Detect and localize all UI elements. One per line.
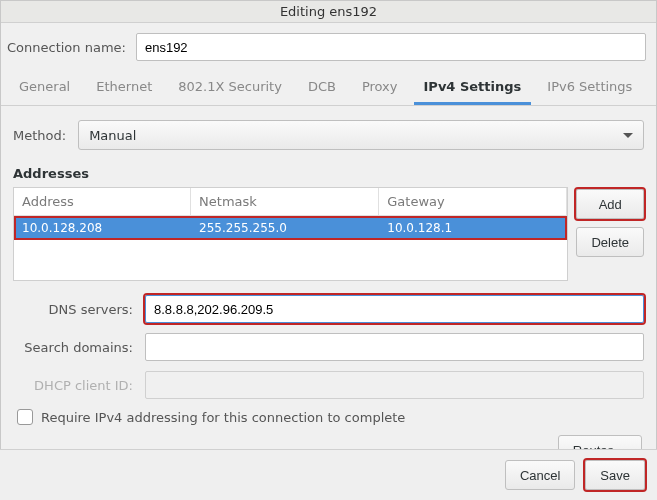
method-value: Manual <box>89 128 136 143</box>
connection-name-input[interactable] <box>136 33 646 61</box>
connection-name-label: Connection name: <box>7 40 126 55</box>
addresses-header-row: Address Netmask Gateway <box>14 188 567 216</box>
require-ipv4-checkbox[interactable] <box>17 409 33 425</box>
tab-bar: General Ethernet 802.1X Security DCB Pro… <box>1 69 656 106</box>
delete-button[interactable]: Delete <box>576 227 644 257</box>
window-title: Editing ens192 <box>1 1 656 23</box>
dns-servers-input[interactable] <box>145 295 644 323</box>
tab-dcb[interactable]: DCB <box>298 69 346 105</box>
tab-ethernet[interactable]: Ethernet <box>86 69 162 105</box>
dhcp-client-id-input <box>145 371 644 399</box>
tab-ipv4-settings[interactable]: IPv4 Settings <box>414 69 532 105</box>
save-button[interactable]: Save <box>585 460 645 490</box>
col-netmask: Netmask <box>191 188 379 215</box>
cell-gateway: 10.0.128.1 <box>379 216 567 240</box>
tab-proxy[interactable]: Proxy <box>352 69 408 105</box>
require-ipv4-label: Require IPv4 addressing for this connect… <box>41 410 405 425</box>
search-domains-label: Search domains: <box>13 340 133 355</box>
cell-netmask: 255.255.255.0 <box>191 216 379 240</box>
search-domains-input[interactable] <box>145 333 644 361</box>
cancel-button[interactable]: Cancel <box>505 460 575 490</box>
tab-general[interactable]: General <box>9 69 80 105</box>
addresses-table[interactable]: Address Netmask Gateway 10.0.128.208 255… <box>13 187 568 281</box>
cell-address: 10.0.128.208 <box>14 216 191 240</box>
tab-ipv6-settings[interactable]: IPv6 Settings <box>537 69 642 105</box>
dhcp-client-id-label: DHCP client ID: <box>13 378 133 393</box>
add-button[interactable]: Add <box>576 189 644 219</box>
col-gateway: Gateway <box>379 188 567 215</box>
col-address: Address <box>14 188 191 215</box>
method-select[interactable]: Manual <box>78 120 644 150</box>
tab-8021x-security[interactable]: 802.1X Security <box>168 69 292 105</box>
dns-label: DNS servers: <box>13 302 133 317</box>
table-row[interactable]: 10.0.128.208 255.255.255.0 10.0.128.1 <box>14 216 567 240</box>
method-label: Method: <box>13 128 66 143</box>
addresses-heading: Addresses <box>13 166 644 181</box>
